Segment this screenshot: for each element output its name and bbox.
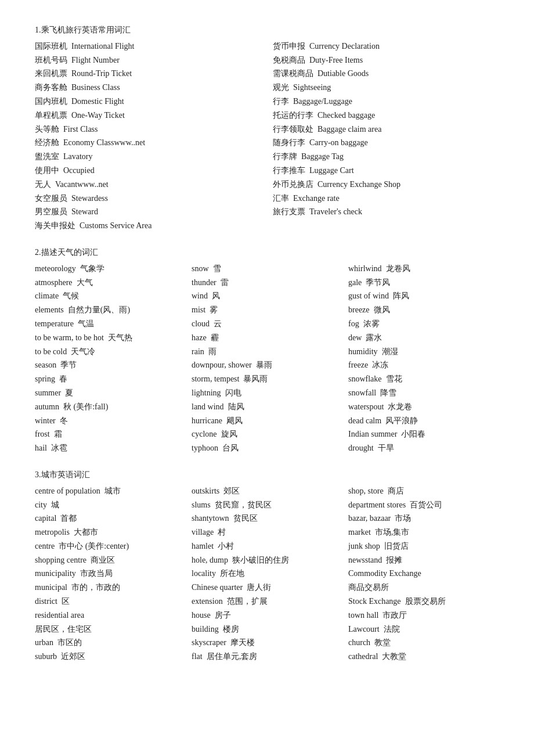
list-item: rain 雨 <box>192 345 342 359</box>
list-item: Indian summer 小阳春 <box>348 427 499 441</box>
page-content: 1.乘飞机旅行英语常用词汇国际班机 International Flight班机… <box>35 23 499 664</box>
list-item: centre of population 城市 <box>35 484 186 498</box>
list-item: meteorology 气象学 <box>35 262 186 276</box>
list-item: typhoon 台风 <box>192 441 342 455</box>
list-item: municipality 市政当局 <box>35 567 186 581</box>
list-item: newsstand 报摊 <box>348 553 499 567</box>
list-item: 外币兑换店 Currency Exchange Shop <box>273 178 499 192</box>
section-section2: 2.描述天气的词汇meteorology 气象学atmosphere 大气cli… <box>35 246 499 455</box>
col-section3-1: outskirts 郊区slums 贫民窟，贫民区shantytown 贫民区v… <box>192 484 342 664</box>
list-item: district 区 <box>35 595 186 609</box>
list-item: downpour, shower 暴雨 <box>192 358 342 372</box>
section-title-section3: 3.城市英语词汇 <box>35 468 499 482</box>
list-item: gale 季节风 <box>348 276 499 290</box>
list-item: 商务客舱 Business Class <box>35 81 261 95</box>
list-item: lightning 闪电 <box>192 386 342 400</box>
list-item: winter 冬 <box>35 414 186 428</box>
list-item: dew 露水 <box>348 331 499 345</box>
list-item: centre 市中心 (美作:center) <box>35 539 186 553</box>
list-item: dead calm 风平浪静 <box>348 414 499 428</box>
list-item: 免税商品 Duty-Free Items <box>273 53 499 67</box>
col-section1-1: 货币申报 Currency Declaration免税商品 Duty-Free … <box>273 39 499 233</box>
section-grid-section1: 国际班机 International Flight班机号码 Flight Num… <box>35 39 499 233</box>
list-item: 货币申报 Currency Declaration <box>273 39 499 53</box>
list-item: 观光 Sightseeing <box>273 81 499 95</box>
list-item: breeze 微风 <box>348 303 499 317</box>
list-item: fog 浓雾 <box>348 317 499 331</box>
list-item: thunder 雷 <box>192 276 342 290</box>
list-item: 行李牌 Baggage Tag <box>273 150 499 164</box>
list-item: climate 气候 <box>35 289 186 303</box>
section-grid-section2: meteorology 气象学atmosphere 大气climate 气候el… <box>35 262 499 455</box>
list-item: 商品交易所 <box>348 581 499 595</box>
list-item: 国际班机 International Flight <box>35 39 261 53</box>
list-item: 海关申报处 Customs Service Area <box>35 219 261 233</box>
col-section2-1: snow 雪thunder 雷wind 风mist 雾cloud 云haze 霾… <box>192 262 342 455</box>
list-item: cyclone 旋风 <box>192 427 342 441</box>
list-item: town hall 市政厅 <box>348 609 499 622</box>
list-item: skyscraper 摩天楼 <box>192 636 342 650</box>
list-item: 使用中 Occupied <box>35 164 261 178</box>
list-item: capital 首都 <box>35 512 186 525</box>
list-item: Lawcourt 法院 <box>348 622 499 636</box>
list-item: gust of wind 阵风 <box>348 289 499 303</box>
list-item: temperature 气温 <box>35 317 186 331</box>
list-item: hole, dump 狭小破旧的住房 <box>192 553 342 567</box>
list-item: 经济舱 Economy Classwww..net <box>35 136 261 150</box>
list-item: hurricane 飓风 <box>192 414 342 428</box>
list-item: 行李领取处 Baggage claim area <box>273 123 499 136</box>
list-item: 行李推车 Luggage Cart <box>273 164 499 178</box>
list-item: humidity 潮湿 <box>348 345 499 359</box>
list-item: suburb 近郊区 <box>35 650 186 664</box>
list-item: slums 贫民窟，贫民区 <box>192 498 342 512</box>
list-item: 需课税商品 Dutiable Goods <box>273 67 499 81</box>
list-item: 旅行支票 Traveler's check <box>273 205 499 219</box>
list-item: 来回机票 Round-Trip Ticket <box>35 67 261 81</box>
list-item: urban 市区的 <box>35 636 186 650</box>
list-item: city 城 <box>35 498 186 512</box>
list-item: municipal 市的，市政的 <box>35 581 186 595</box>
list-item: snow 雪 <box>192 262 342 276</box>
list-item: extension 范围，扩展 <box>192 595 342 609</box>
list-item: 居民区，住宅区 <box>35 622 186 636</box>
list-item: storm, tempest 暴风雨 <box>192 372 342 386</box>
col-section1-0: 国际班机 International Flight班机号码 Flight Num… <box>35 39 261 233</box>
list-item: Chinese quarter 唐人街 <box>192 581 342 595</box>
list-item: atmosphere 大气 <box>35 276 186 290</box>
list-item: elements 自然力量(风、雨) <box>35 303 186 317</box>
col-section2-2: whirlwind 龙卷风gale 季节风gust of wind 阵风bree… <box>348 262 499 455</box>
list-item: market 市场,集市 <box>348 525 499 539</box>
list-item: season 季节 <box>35 358 186 372</box>
list-item: 盥洗室 Lavatory <box>35 150 261 164</box>
list-item: 无人 Vacantwww..net <box>35 178 261 192</box>
list-item: mist 雾 <box>192 303 342 317</box>
section-title-section1: 1.乘飞机旅行英语常用词汇 <box>35 23 499 37</box>
list-item: waterspout 水龙卷 <box>348 400 499 414</box>
list-item: outskirts 郊区 <box>192 484 342 498</box>
list-item: locality 所在地 <box>192 567 342 581</box>
list-item: church 教堂 <box>348 636 499 650</box>
list-item: snowflake 雪花 <box>348 372 499 386</box>
list-item: frost 霜 <box>35 427 186 441</box>
list-item: shantytown 贫民区 <box>192 512 342 525</box>
section-title-section2: 2.描述天气的词汇 <box>35 246 499 260</box>
list-item: cloud 云 <box>192 317 342 331</box>
list-item: 头等舱 First Class <box>35 123 261 136</box>
list-item: 男空服员 Steward <box>35 205 261 219</box>
list-item: to be warm, to be hot 天气热 <box>35 331 186 345</box>
list-item: to be cold 天气冷 <box>35 345 186 359</box>
col-section3-2: shop, store 商店department stores 百货公司baza… <box>348 484 499 664</box>
list-item: metropolis 大都市 <box>35 525 186 539</box>
list-item: junk shop 旧货店 <box>348 539 499 553</box>
list-item: bazar, bazaar 市场 <box>348 512 499 525</box>
list-item: haze 霾 <box>192 331 342 345</box>
list-item: land wind 陆风 <box>192 400 342 414</box>
list-item: 女空服员 Stewardess <box>35 192 261 206</box>
list-item: whirlwind 龙卷风 <box>348 262 499 276</box>
list-item: Stock Exchange 股票交易所 <box>348 595 499 609</box>
list-item: 托运的行李 Checked baggage <box>273 109 499 123</box>
list-item: freeze 冰冻 <box>348 358 499 372</box>
list-item: department stores 百货公司 <box>348 498 499 512</box>
list-item: Commodity Exchange <box>348 567 499 581</box>
list-item: 行李 Baggage/Luggage <box>273 95 499 109</box>
